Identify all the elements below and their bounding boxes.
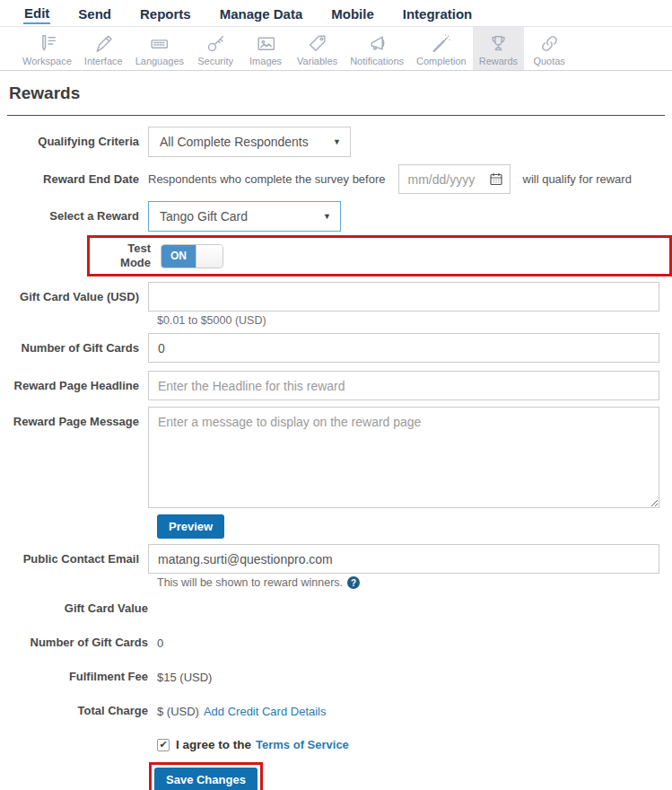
gift-card-value-row: Gift Card Value (USD) [0, 282, 672, 312]
summary-label: Fulfilment Fee [0, 670, 148, 684]
nav-edit[interactable]: Edit [23, 3, 50, 24]
toolbar-item-completion[interactable]: Completion [410, 27, 473, 70]
summary-label: Gift Card Value [0, 601, 148, 616]
terms-of-service-link[interactable]: Terms of Service [256, 738, 349, 751]
toolbar-item-label: Rewards [479, 56, 518, 66]
toolbar-item-label: Images [249, 56, 282, 66]
summary-value: $ (USD) [157, 705, 199, 718]
test-mode-row: Test Mode ON [0, 235, 672, 276]
headline-input[interactable] [148, 371, 659, 400]
num-gift-cards-row: Number of Gift Cards [0, 333, 672, 363]
summary-label: Total Charge [0, 704, 148, 718]
help-icon[interactable] [347, 576, 360, 589]
nav-reports[interactable]: Reports [139, 4, 192, 23]
save-highlight: Save Changes [149, 762, 263, 790]
qualifying-criteria-select[interactable]: All Complete Respondents [148, 127, 351, 157]
message-row: Reward Page Message [0, 407, 672, 508]
toolbar-item-interface[interactable]: Interface [78, 27, 129, 70]
notifications-icon [366, 31, 388, 55]
toolbar-item-label: Variables [297, 56, 337, 66]
toolbar-item-security[interactable]: Security [190, 27, 240, 70]
toolbar-item-label: Quotas [533, 56, 564, 66]
reward-end-date-row: Reward End Date Respondents who complete… [0, 164, 672, 194]
images-icon [255, 31, 277, 55]
charge-summary: Gift Card Value Number of Gift Cards 0 F… [0, 601, 672, 718]
summary-value: 0 [157, 636, 163, 650]
contact-email-helper-row: This will be shown to reward winners. [157, 576, 672, 589]
gift-card-value-input[interactable] [148, 282, 659, 312]
toolbar-item-notifications[interactable]: Notifications [344, 27, 410, 70]
nav-manage-data[interactable]: Manage Data [219, 4, 304, 23]
test-mode-highlight: Test Mode ON [87, 235, 672, 276]
toolbar-item-label: Notifications [350, 56, 404, 66]
toolbar-item-images[interactable]: Images [240, 27, 291, 70]
toolbar-item-label: Languages [135, 56, 184, 66]
page-title: Rewards [9, 83, 663, 103]
headline-row: Reward Page Headline [0, 371, 672, 400]
quotas-icon [538, 31, 561, 55]
summary-value: $15 (USD) [157, 671, 212, 684]
summary-label: Number of Gift Cards [0, 636, 148, 650]
reward-end-date-label: Reward End Date [0, 172, 148, 187]
toolbar-item-label: Workspace [22, 56, 72, 66]
save-changes-button[interactable]: Save Changes [154, 768, 257, 790]
summary-fulfilment-fee: Fulfilment Fee $15 (USD) [0, 670, 672, 684]
agree-row: I agree to the Terms of Service [157, 738, 672, 751]
chevron-down-icon [323, 212, 331, 221]
select-reward-select[interactable]: Tango Gift Card [148, 201, 341, 232]
preview-button[interactable]: Preview [157, 514, 224, 539]
nav-mobile[interactable]: Mobile [330, 4, 375, 23]
reward-end-date-prefix: Respondents who complete the survey befo… [148, 172, 386, 186]
num-gift-cards-label: Number of Gift Cards [0, 341, 148, 356]
security-icon [205, 31, 227, 55]
summary-total-charge: Total Charge $ (USD) Add Credit Card Det… [0, 704, 672, 718]
message-textarea[interactable] [148, 407, 659, 508]
summary-num-gift-cards: Number of Gift Cards 0 [0, 636, 672, 650]
add-credit-card-link[interactable]: Add Credit Card Details [204, 705, 327, 718]
chevron-down-icon [333, 137, 341, 146]
rewards-icon [487, 31, 510, 55]
select-reward-value: Tango Gift Card [160, 209, 248, 224]
workspace-icon [36, 31, 58, 55]
calendar-icon[interactable] [489, 171, 503, 189]
settings-toolbar: Workspace Interface Languages Security I… [0, 27, 672, 71]
agree-text: I agree to the [176, 738, 251, 751]
agree-checkbox[interactable] [157, 739, 170, 751]
toolbar-item-rewards[interactable]: Rewards [473, 27, 524, 70]
qualifying-criteria-label: Qualifying Criteria [0, 135, 148, 149]
contact-email-helper: This will be shown to reward winners. [157, 576, 343, 589]
variables-icon [306, 31, 328, 55]
toolbar-item-quotas[interactable]: Quotas [524, 27, 574, 70]
toolbar-item-label: Security [197, 56, 233, 66]
nav-integration[interactable]: Integration [402, 4, 474, 23]
toolbar-item-variables[interactable]: Variables [291, 27, 344, 70]
reward-end-date-suffix: will qualify for reward [523, 172, 632, 186]
qualifying-criteria-row: Qualifying Criteria All Complete Respond… [0, 127, 672, 157]
test-mode-label: Test Mode [95, 241, 151, 270]
headline-label: Reward Page Headline [0, 379, 148, 393]
test-mode-toggle[interactable]: ON [161, 244, 223, 268]
title-divider [7, 115, 665, 116]
qualifying-criteria-value: All Complete Respondents [160, 135, 309, 149]
summary-gift-card-value: Gift Card Value [0, 601, 672, 616]
preview-row: Preview [157, 514, 672, 539]
gift-card-value-label: Gift Card Value (USD) [0, 290, 148, 304]
message-label: Reward Page Message [0, 415, 148, 429]
gift-card-value-helper: $0.01 to $5000 (USD) [157, 314, 672, 327]
select-reward-row: Select a Reward Tango Gift Card [0, 201, 672, 232]
contact-email-row: Public Contact Email [0, 544, 672, 574]
rewards-form: Qualifying Criteria All Complete Respond… [0, 127, 672, 790]
num-gift-cards-input[interactable] [148, 333, 659, 363]
contact-email-input[interactable] [148, 544, 659, 574]
nav-send[interactable]: Send [77, 4, 112, 23]
select-reward-label: Select a Reward [0, 209, 148, 224]
toolbar-item-label: Interface [84, 56, 123, 66]
languages-icon [148, 31, 170, 55]
toggle-on-label: ON [161, 245, 196, 268]
toolbar-item-languages[interactable]: Languages [129, 27, 190, 70]
toolbar-item-workspace[interactable]: Workspace [16, 27, 78, 70]
completion-icon [430, 31, 452, 55]
toggle-knob [196, 245, 223, 268]
contact-email-label: Public Contact Email [0, 552, 148, 566]
toolbar-item-label: Completion [416, 56, 467, 66]
